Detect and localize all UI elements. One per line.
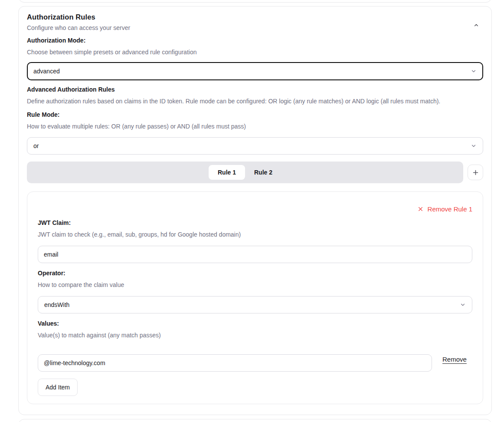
authorization-rules-card: Authorization Rules Configure who can ac… (18, 6, 492, 415)
previous-section-card (18, 0, 492, 3)
rule-mode-label: Rule Mode: (27, 111, 483, 118)
collapse-section-button[interactable] (470, 19, 482, 31)
remove-rule-label: Remove Rule 1 (428, 205, 472, 213)
operator-description: How to compare the claim value (38, 281, 472, 288)
authorization-mode-label: Authorization Mode: (27, 37, 483, 44)
values-label: Values: (38, 320, 472, 327)
section-header-text: Authorization Rules Configure who can ac… (27, 13, 130, 31)
values-description: Value(s) to match against (any match pas… (38, 332, 472, 339)
rule-1-card: Remove Rule 1 JWT Claim: JWT claim to ch… (27, 191, 483, 404)
chevron-up-icon (473, 22, 479, 28)
advanced-rules-heading: Advanced Authorization Rules (27, 86, 483, 93)
add-item-button[interactable]: Add Item (38, 379, 78, 396)
x-icon (417, 206, 424, 212)
chevron-down-icon (471, 143, 477, 149)
section-header: Authorization Rules Configure who can ac… (27, 13, 483, 31)
value-item-row: Remove (38, 346, 472, 372)
jwt-claim-description: JWT claim to check (e.g., email, sub, gr… (38, 231, 472, 238)
rule-mode-description: How to evaluate multiple rules: OR (any … (27, 123, 483, 130)
authorization-mode-description: Choose between simple presets or advance… (27, 49, 483, 56)
plus-icon (472, 169, 479, 176)
operator-value: endsWith (44, 301, 69, 308)
authorization-mode-select[interactable]: advanced (27, 62, 483, 80)
authorization-mode-value: advanced (33, 68, 60, 75)
rule-mode-select[interactable]: or (27, 137, 483, 155)
add-rule-button[interactable] (468, 165, 483, 180)
remove-value-link[interactable]: Remove (442, 356, 467, 363)
next-section-card (18, 419, 492, 422)
page-subtitle: Configure who can access your server (27, 24, 130, 31)
chevron-down-icon (460, 302, 466, 308)
chevron-down-icon (471, 68, 477, 74)
rule-tabs-bar: Rule 1 Rule 2 (27, 162, 463, 183)
tab-rule-1[interactable]: Rule 1 (209, 165, 245, 180)
value-input[interactable] (38, 354, 432, 372)
jwt-claim-label: JWT Claim: (38, 219, 472, 226)
tab-rule-2[interactable]: Rule 2 (245, 165, 281, 180)
rule-mode-value: or (33, 142, 39, 149)
operator-select[interactable]: endsWith (38, 296, 472, 313)
rule-tabs-row: Rule 1 Rule 2 (27, 162, 483, 183)
remove-rule-button[interactable]: Remove Rule 1 (38, 205, 472, 213)
operator-label: Operator: (38, 270, 472, 277)
advanced-rules-description: Define authorization rules based on clai… (27, 98, 483, 105)
jwt-claim-input[interactable] (38, 246, 472, 263)
page-title: Authorization Rules (27, 13, 130, 21)
